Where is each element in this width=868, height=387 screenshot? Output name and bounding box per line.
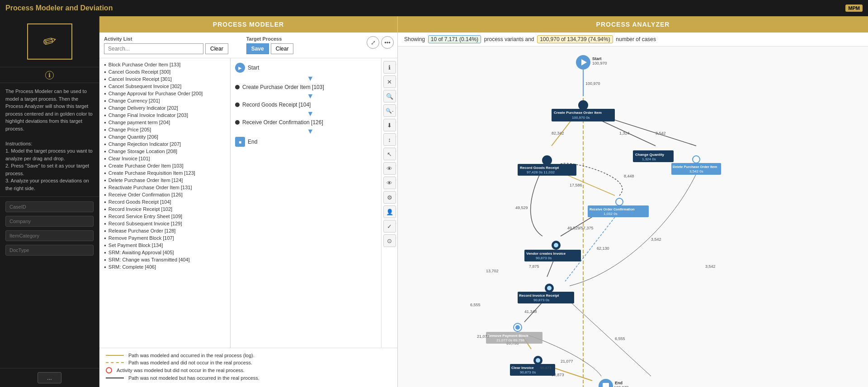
legend-dashed-line: [106, 362, 124, 363]
svg-text:100,970: 100,970: [614, 385, 629, 387]
modeler-header: PROCESS MODELER: [99, 16, 397, 33]
sidebar-instructions: Instructions:1. Model the target process…: [5, 140, 94, 192]
check-right-icon[interactable]: ✓: [383, 220, 396, 233]
svg-text:100,970: 100,970: [592, 61, 607, 65]
svg-text:90,873  0s: 90,873 0s: [533, 298, 549, 302]
settings-right-icon[interactable]: ⚙: [383, 191, 396, 204]
itemcategory-field[interactable]: [5, 230, 94, 241]
node-record-ir: Record Invoice Receipt 90,873 0s: [518, 284, 574, 303]
node-create-po: Create Purchase Order Item 100,970 0s: [552, 101, 615, 121]
activity-list-item[interactable]: Set Payment Block [134]: [101, 242, 228, 249]
activity-list-item[interactable]: Reactivate Purchase Order Item [131]: [101, 184, 228, 191]
graph-svg: 100,970 82,342 1,324 3,542 17,586 49,529: [398, 47, 868, 387]
fit-right-icon[interactable]: ↕: [383, 133, 396, 146]
activity-list-panel: Block Purchase Order Item [133]Cancel Go…: [99, 58, 231, 348]
more-button[interactable]: ...: [38, 372, 61, 383]
info-right-icon[interactable]: ℹ: [383, 61, 396, 74]
user-right-icon[interactable]: 👤: [383, 205, 396, 218]
caseid-field[interactable]: [5, 201, 94, 212]
activity-list-item[interactable]: SRM: Change was Transmitted [404]: [101, 256, 228, 263]
search-input[interactable]: [104, 43, 203, 54]
showing-label: Showing: [404, 36, 425, 42]
activity-list-item[interactable]: Clear Invoice [101]: [101, 155, 228, 162]
analyzer-panel: PROCESS ANALYZER Showing 10 of 7,171 (0.…: [398, 16, 868, 387]
node-vendor-inv: Vendor creates Invoice 90,873 0s: [524, 241, 581, 261]
search-clear-button[interactable]: Clear: [205, 43, 228, 54]
more-options-icon-button[interactable]: •••: [381, 36, 394, 49]
legend-black-text: Path was not modeled but has occurred in…: [128, 375, 259, 381]
download-right-icon[interactable]: ⬇: [383, 119, 396, 131]
expand-icon-button[interactable]: ⤢: [367, 36, 379, 49]
target-activity-node[interactable]: Receive Order Confirmation [126]: [235, 119, 377, 126]
node-end: End 100,970: [599, 379, 629, 387]
activity-list-item[interactable]: Cancel Subsequent Invoice [302]: [101, 83, 228, 90]
main-layout: ✏ ℹ The Process Modeler can be used to m…: [0, 16, 868, 387]
end-rect-icon: [603, 383, 609, 387]
activity-list-section: Activity List Clear: [104, 36, 228, 54]
cases-stat: 100,970 of 134,739 (74.94%): [537, 35, 613, 43]
activity-list-item[interactable]: Change Delivery Indicator [202]: [101, 104, 228, 112]
info-icon: ℹ: [45, 71, 54, 79]
activity-list-item[interactable]: Change Quantity [206]: [101, 133, 228, 140]
legend-circle-text: Activity was modeled but did not occur i…: [117, 368, 245, 373]
svg-text:Change Quantity: Change Quantity: [635, 153, 665, 157]
target-arrow: ▼: [244, 92, 377, 100]
activity-list-item[interactable]: Change Rejection Indicator [207]: [101, 140, 228, 148]
doctype-field[interactable]: [5, 245, 94, 256]
zoom-in-right-icon[interactable]: 🔍: [383, 90, 396, 103]
activity-list-item[interactable]: Block Purchase Order Item [133]: [101, 61, 228, 68]
sidebar-more[interactable]: ...: [0, 368, 99, 387]
analyzer-header: PROCESS ANALYZER: [398, 16, 868, 33]
svg-point-39: [547, 286, 552, 290]
reset-right-icon[interactable]: ↖: [383, 148, 396, 160]
node-record-gr: Record Goods Receipt 97,428 0s 11,032: [518, 156, 576, 176]
activity-list-item[interactable]: Create Purchase Requisition Item [123]: [101, 169, 228, 177]
activity-list-item[interactable]: Change Approval for Purchase Order [200]: [101, 90, 228, 97]
svg-text:49,529/57,375: 49,529/57,375: [567, 226, 594, 230]
svg-text:3,542: 3,542: [651, 237, 661, 242]
node-receive-oc: Receive Order Confirmation 1,032 0s: [588, 198, 649, 217]
target-clear-button[interactable]: Clear: [271, 43, 294, 54]
svg-text:1,324  0s: 1,324 0s: [642, 157, 656, 161]
activity-list-item[interactable]: Record Service Entry Sheet [109]: [101, 213, 228, 220]
svg-point-43: [515, 325, 520, 330]
svg-text:Delete Purchase Order Item: Delete Purchase Order Item: [673, 165, 717, 169]
activity-list-item[interactable]: SRM: Awaiting Approval [405]: [101, 249, 228, 256]
node-clear-inv: Clear Invoice 90,873 0s 90,873: [510, 356, 555, 376]
target-activity-node[interactable]: Create Purchase Order Item [103]: [235, 84, 377, 90]
svg-text:82,342: 82,342: [552, 131, 564, 135]
analyzer-graph[interactable]: 100,970 82,342 1,324 3,542 17,586 49,529: [398, 47, 868, 387]
zoom-out-right-icon[interactable]: 🔍-: [383, 104, 396, 117]
svg-text:90,873  0s: 90,873 0s: [520, 370, 536, 374]
activity-list-item[interactable]: Release Purchase Order [128]: [101, 227, 228, 234]
activity-list-item[interactable]: Create Purchase Order Item [103]: [101, 162, 228, 169]
eye-right-icon[interactable]: 👁: [383, 162, 396, 175]
sidebar-fields: [0, 197, 99, 368]
activity-list-item[interactable]: Record Subsequent Invoice [129]: [101, 220, 228, 227]
svg-text:21,077: 21,077: [561, 359, 573, 364]
activity-list-item[interactable]: SRM: Complete [406]: [101, 263, 228, 270]
activity-list-item[interactable]: Remove Payment Block [107]: [101, 234, 228, 242]
activity-list-item[interactable]: Delete Purchase Order Item [124]: [101, 177, 228, 184]
eye2-right-icon[interactable]: 👁: [383, 177, 396, 189]
activity-list-item[interactable]: Change payment term [204]: [101, 119, 228, 126]
activity-list-item[interactable]: Cancel Invoice Receipt [301]: [101, 75, 228, 83]
activity-list-item[interactable]: Cancel Goods Receipt [300]: [101, 68, 228, 75]
activity-list-item[interactable]: Change Price [205]: [101, 126, 228, 133]
close-right-icon[interactable]: ✕: [383, 75, 396, 88]
svg-text:1,324: 1,324: [619, 131, 630, 135]
target-activity-node[interactable]: Record Goods Receipt [104]: [235, 102, 377, 108]
activity-list-scroll[interactable]: Block Purchase Order Item [133]Cancel Go…: [99, 58, 230, 348]
activity-list-item[interactable]: Change Storage Location [208]: [101, 148, 228, 155]
target-process-label: Target Process: [246, 36, 294, 42]
activity-list-item[interactable]: Change Final Invoice Indicator [203]: [101, 112, 228, 119]
svg-text:1,032  0s: 1,032 0s: [604, 212, 618, 216]
target-right-icon[interactable]: ⊙: [383, 234, 396, 247]
save-button[interactable]: Save: [246, 43, 269, 54]
activity-list-item[interactable]: Receive Order Confirmation [126]: [101, 191, 228, 198]
activity-list-item[interactable]: Record Goods Receipt [104]: [101, 198, 228, 205]
activity-list-item[interactable]: Change Currency [201]: [101, 97, 228, 104]
company-field[interactable]: [5, 216, 94, 227]
activity-list-item[interactable]: Record Invoice Receipt [102]: [101, 205, 228, 213]
variants-stat: 10 of 7,171 (0.14%): [428, 35, 481, 43]
